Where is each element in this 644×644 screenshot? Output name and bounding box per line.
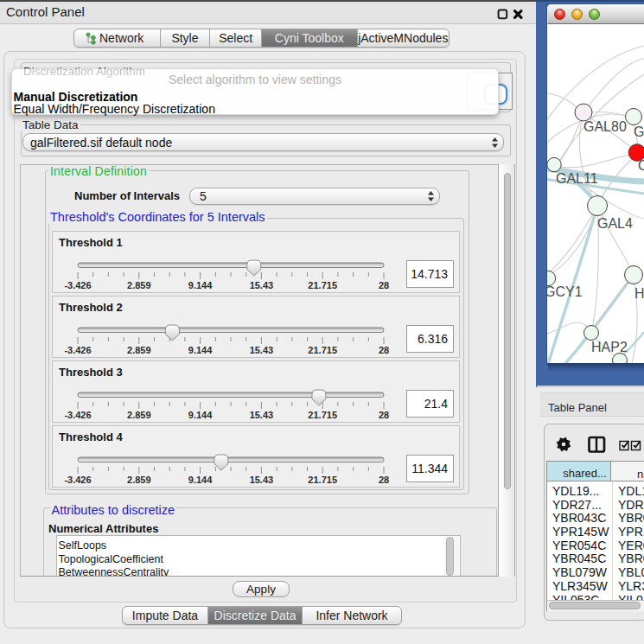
svg-text:28: 28	[379, 410, 389, 420]
svg-text:15.43: 15.43	[250, 345, 274, 355]
svg-text:C: C	[638, 158, 644, 173]
svg-text:28: 28	[379, 345, 389, 355]
svg-text:GAL80: GAL80	[583, 119, 627, 134]
svg-text:-3.426: -3.426	[64, 345, 91, 355]
svg-text:-3.426: -3.426	[64, 410, 91, 420]
svg-text:15.43: 15.43	[250, 475, 274, 485]
svg-text:-3.426: -3.426	[64, 475, 91, 485]
svg-text:9.144: 9.144	[188, 280, 213, 290]
svg-text:21.715: 21.715	[308, 475, 337, 485]
svg-text:21.715: 21.715	[308, 410, 337, 420]
svg-text:2.859: 2.859	[127, 410, 151, 420]
svg-text:9.144: 9.144	[188, 475, 213, 485]
svg-text:GAL11: GAL11	[556, 171, 598, 186]
svg-text:9.144: 9.144	[188, 410, 213, 420]
svg-text:GCY1: GCY1	[547, 284, 583, 299]
svg-text:2.859: 2.859	[127, 345, 151, 355]
svg-text:GAL4: GAL4	[597, 216, 633, 231]
svg-text:21.715: 21.715	[308, 280, 337, 290]
svg-text:9.144: 9.144	[188, 345, 213, 355]
svg-text:2.859: 2.859	[127, 280, 151, 290]
svg-text:HA: HA	[634, 286, 644, 301]
svg-text:28: 28	[379, 475, 389, 485]
svg-text:GA: GA	[634, 124, 644, 139]
svg-text:21.715: 21.715	[308, 345, 337, 355]
svg-text:28: 28	[379, 280, 389, 290]
svg-text:-3.426: -3.426	[64, 280, 91, 290]
svg-text:2.859: 2.859	[127, 475, 151, 485]
svg-text:15.43: 15.43	[250, 280, 274, 290]
svg-text:HAP2: HAP2	[591, 340, 628, 354]
svg-text:15.43: 15.43	[250, 410, 274, 420]
